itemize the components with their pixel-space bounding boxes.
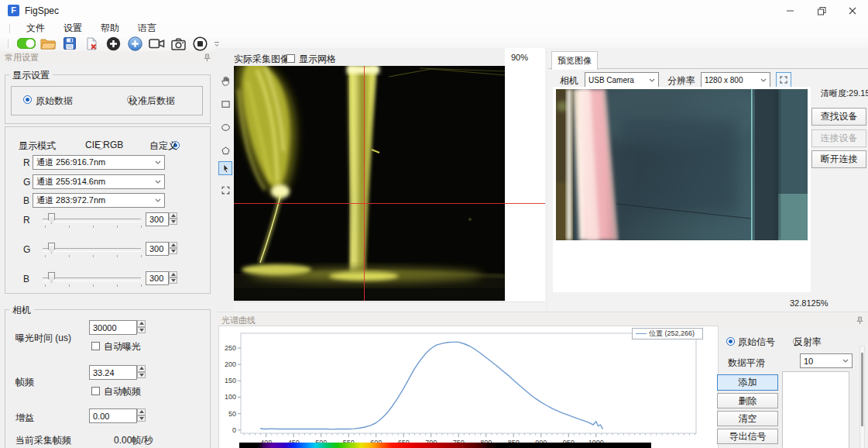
slider-b-value[interactable]: 300 (146, 271, 169, 285)
svg-text:50: 50 (228, 410, 236, 418)
smoothing-label: 数据平滑 (728, 357, 765, 370)
channel-g-select[interactable]: 通道 255:914.6nm (33, 174, 165, 189)
custom-mode-radio-label[interactable]: 自定义 (149, 140, 177, 153)
capture-image[interactable] (234, 66, 505, 301)
resolution-label: 分辨率 (667, 74, 695, 88)
spinner-arrows[interactable] (169, 271, 177, 284)
channel-b-value: 通道 283:972.7nm (36, 195, 105, 206)
channel-r-select[interactable]: 通道 256:916.7nm (33, 155, 165, 170)
spinner-arrows[interactable] (169, 242, 177, 254)
ellipse-select-tool[interactable] (218, 120, 232, 134)
channel-g-value: 通道 255:914.6nm (36, 176, 105, 188)
framerate-input[interactable]: 33.24 (89, 365, 137, 380)
slider-b-track[interactable] (43, 277, 141, 281)
export-signal-button[interactable]: 导出信号 (717, 429, 778, 444)
spinner-arrows[interactable] (137, 408, 146, 422)
position-list[interactable] (782, 371, 849, 448)
fit-view-tool[interactable] (218, 183, 232, 197)
gain-input[interactable]: 0.00 (89, 408, 137, 423)
window-title: FigSpec (25, 5, 59, 16)
add-button[interactable]: 添加 (717, 374, 778, 391)
menu-file[interactable]: 文件 (17, 22, 54, 35)
crosshair-vertical-line (364, 66, 365, 301)
raw-signal-radio[interactable] (726, 337, 735, 346)
exposure-input[interactable]: 30000 (89, 320, 137, 335)
scrollbar-thumb[interactable] (861, 353, 863, 426)
restore-icon[interactable] (806, 0, 837, 22)
spinner-arrows[interactable] (137, 320, 146, 333)
svg-text:150: 150 (225, 377, 236, 384)
vertical-scrollbar[interactable] (859, 346, 865, 448)
spinner-arrows[interactable] (137, 365, 146, 378)
menu-settings[interactable]: 设置 (54, 22, 91, 35)
auto-exposure-label[interactable]: 自动曝光 (104, 340, 141, 353)
raw-signal-radio-label[interactable]: 原始信号 (738, 336, 775, 349)
connect-device-button[interactable]: 连接设备 (811, 129, 866, 147)
smoothing-select-value: 10 (804, 357, 813, 366)
app-logo-icon: F (8, 5, 19, 16)
capture-zoom-level: 90% (511, 53, 528, 62)
spectrum-chart-svg: 0501001502002504004505005506006507007508… (219, 326, 718, 448)
toolbar-grip[interactable] (8, 39, 11, 48)
spinner-arrows[interactable] (169, 212, 177, 225)
display-mode-label: 显示模式 (19, 140, 56, 153)
app-window: F FigSpec 文件 设置 帮助 语言 (0, 0, 868, 448)
cursor-tool[interactable] (218, 161, 232, 175)
slider-g-track[interactable] (43, 248, 141, 252)
menu-language[interactable]: 语言 (129, 22, 166, 35)
auto-framerate-checkbox[interactable] (91, 387, 100, 395)
fullscreen-icon[interactable] (776, 72, 791, 88)
tab-preview-image[interactable]: 预览图像 (551, 51, 598, 70)
smoothing-select[interactable]: 10 (800, 353, 853, 368)
resolution-select[interactable]: 1280 x 800 (701, 72, 770, 88)
camera-select[interactable]: USB Camera (585, 72, 659, 88)
channel-b-label: B (23, 195, 29, 206)
settings-panel-header: 常用设置 (0, 51, 215, 64)
menu-help[interactable]: 帮助 (91, 22, 129, 35)
rect-select-tool[interactable] (218, 97, 232, 111)
reflectance-radio-label[interactable]: 反射率 (794, 336, 822, 349)
auto-framerate-label[interactable]: 自动帧频 (104, 385, 141, 398)
show-grid-checkbox[interactable] (286, 54, 295, 63)
spectrum-panel-header: 光谱曲线 (217, 314, 868, 326)
cie-rgb-radio-label[interactable]: CIE RGB (85, 140, 123, 150)
menubar-grip[interactable] (9, 24, 12, 33)
chevron-down-icon (760, 78, 767, 82)
pin-icon[interactable] (204, 53, 211, 62)
spectrum-panel: 光谱曲线 05010015020025040045050055060065070… (217, 312, 868, 448)
legend-label: 位置 (252,266) (649, 329, 695, 339)
channel-b-select[interactable]: 通道 283:972.7nm (33, 193, 165, 208)
wavelength-spectrum-bar (239, 443, 651, 448)
channel-r-value: 通道 256:916.7nm (36, 157, 105, 168)
spectrum-panel-title: 光谱曲线 (221, 315, 256, 326)
chevron-down-icon (155, 160, 161, 164)
menubar: 文件 设置 帮助 语言 (0, 22, 868, 35)
raw-data-radio[interactable] (23, 95, 32, 104)
pan-hand-tool[interactable] (218, 74, 232, 88)
slider-r-track[interactable] (43, 219, 141, 222)
svg-text:0: 0 (232, 426, 236, 434)
pin-icon[interactable] (856, 316, 863, 325)
close-icon[interactable] (837, 0, 868, 22)
window-controls (775, 0, 868, 22)
minimize-icon[interactable] (775, 0, 806, 22)
show-grid-label[interactable]: 显示网格 (299, 53, 336, 66)
crosshair-horizontal-line (234, 203, 545, 204)
disconnect-button[interactable]: 断开连接 (811, 150, 866, 168)
clear-button[interactable]: 清空 (717, 411, 778, 426)
slider-r-value[interactable]: 300 (146, 212, 169, 226)
slider-g-ticks (45, 255, 142, 257)
camera-select-value: USB Camera (588, 76, 634, 84)
slider-g-value[interactable]: 300 (146, 242, 169, 256)
preview-image (556, 89, 808, 240)
capture-bottom-strip (234, 302, 545, 312)
chevron-down-icon (155, 180, 161, 184)
find-device-button[interactable]: 查找设备 (811, 108, 866, 126)
raw-data-radio-label[interactable]: 原始数据 (36, 95, 73, 108)
auto-exposure-checkbox[interactable] (91, 342, 100, 350)
polygon-select-tool[interactable] (218, 143, 232, 157)
chevron-down-icon (155, 198, 161, 202)
calibrated-data-radio-label[interactable]: 校准后数据 (129, 95, 175, 108)
slider-r-ticks (45, 226, 142, 228)
delete-button[interactable]: 删除 (717, 393, 778, 408)
